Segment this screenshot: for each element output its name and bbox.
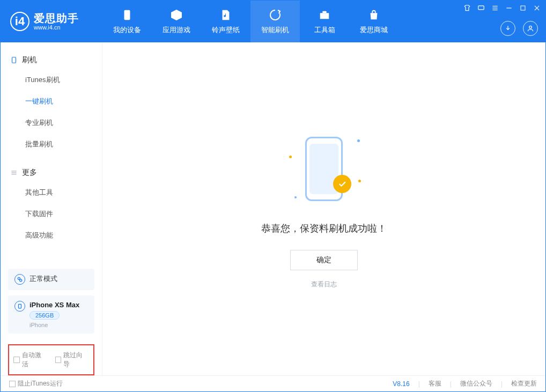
feedback-icon[interactable] xyxy=(477,4,485,12)
options-row: 自动激活 跳过向导 xyxy=(8,344,94,375)
view-log-link[interactable]: 查看日志 xyxy=(311,280,337,289)
sparkle-icon xyxy=(289,156,292,158)
device-type: iPhone xyxy=(29,322,79,328)
checkbox-block-itunes[interactable]: 阻止iTunes运行 xyxy=(9,379,63,388)
tab-label: 工具箱 xyxy=(314,25,335,35)
check-badge-icon xyxy=(333,175,351,193)
app-subtitle: www.i4.cn xyxy=(34,24,79,31)
user-icon[interactable] xyxy=(523,21,538,36)
checkbox-box-icon xyxy=(9,381,16,387)
maximize-button[interactable] xyxy=(519,4,527,12)
sidebar-item-itunes-flash[interactable]: iTunes刷机 xyxy=(1,69,102,91)
sparkle-icon xyxy=(357,139,360,142)
header-actions xyxy=(500,21,538,36)
sidebar-section-more: 更多 其他工具 下载固件 高级功能 xyxy=(1,155,102,246)
device-mode-label: 正常模式 xyxy=(29,274,57,284)
tab-label: 铃声壁纸 xyxy=(212,25,240,35)
checkbox-box-icon xyxy=(55,357,62,363)
mode-icon xyxy=(14,274,25,285)
sparkle-icon xyxy=(294,196,297,198)
sidebar-item-advanced[interactable]: 高级功能 xyxy=(1,225,102,246)
phone-icon xyxy=(120,8,134,22)
sidebar-header-label: 刷机 xyxy=(22,55,37,65)
success-message: 恭喜您，保资料刷机成功啦！ xyxy=(261,222,387,235)
device-panel: 正常模式 iPhone XS Max 256GB iPhone xyxy=(1,263,102,339)
svg-rect-12 xyxy=(12,57,16,63)
tab-toolbox[interactable]: 工具箱 xyxy=(300,1,349,42)
svg-point-17 xyxy=(20,279,22,282)
sidebar-item-pro-flash[interactable]: 专业刷机 xyxy=(1,112,102,134)
list-icon xyxy=(10,169,18,176)
menu-icon[interactable] xyxy=(491,4,499,12)
svg-rect-1 xyxy=(320,13,329,19)
svg-rect-0 xyxy=(124,10,130,20)
checkbox-label: 自动激活 xyxy=(22,351,48,369)
sidebar-section-flash: 刷机 iTunes刷机 一键刷机 专业刷机 批量刷机 xyxy=(1,42,102,155)
minimize-button[interactable] xyxy=(505,4,513,12)
svg-rect-3 xyxy=(478,6,484,10)
logo-letter: i4 xyxy=(15,14,25,28)
sidebar: 刷机 iTunes刷机 一键刷机 专业刷机 批量刷机 更多 其他工具 下载固件 … xyxy=(1,42,102,375)
sidebar-header-more: 更多 xyxy=(1,164,102,182)
sidebar-header-label: 更多 xyxy=(22,168,37,177)
phone-small-icon xyxy=(14,301,25,312)
svg-rect-2 xyxy=(322,11,326,13)
tab-my-device[interactable]: 我的设备 xyxy=(102,1,152,42)
checkbox-label: 阻止iTunes运行 xyxy=(18,379,63,388)
sidebar-item-download-firmware[interactable]: 下载固件 xyxy=(1,203,102,225)
checkbox-auto-activate[interactable]: 自动激活 xyxy=(13,351,48,369)
sidebar-item-oneclick-flash[interactable]: 一键刷机 xyxy=(1,91,102,112)
body: 刷机 iTunes刷机 一键刷机 专业刷机 批量刷机 更多 其他工具 下载固件 … xyxy=(1,42,545,375)
wechat-link[interactable]: 微信公众号 xyxy=(460,379,492,388)
checkbox-skip-guide[interactable]: 跳过向导 xyxy=(55,351,90,369)
sidebar-header-flash: 刷机 xyxy=(1,51,102,69)
tab-store[interactable]: 爱思商城 xyxy=(349,1,399,42)
sidebar-item-batch-flash[interactable]: 批量刷机 xyxy=(1,134,102,155)
divider: | xyxy=(450,380,452,388)
checkbox-box-icon xyxy=(13,357,20,363)
download-icon[interactable] xyxy=(500,21,515,36)
toolbox-icon xyxy=(318,8,331,22)
window-controls xyxy=(463,4,541,12)
tab-label: 我的设备 xyxy=(113,25,141,35)
app-header: i4 爱思助手 www.i4.cn 我的设备 应用游戏 铃声壁纸 智能刷机 工具… xyxy=(1,1,545,42)
close-button[interactable] xyxy=(533,4,541,12)
support-link[interactable]: 客服 xyxy=(429,379,441,388)
sidebar-item-other-tools[interactable]: 其他工具 xyxy=(1,182,102,203)
bag-icon xyxy=(367,8,381,22)
divider: | xyxy=(418,380,420,388)
sparkle-icon xyxy=(358,180,361,182)
device-mode-box[interactable]: 正常模式 xyxy=(8,269,94,290)
logo-text: 爱思助手 www.i4.cn xyxy=(34,12,79,31)
checkbox-label: 跳过向导 xyxy=(63,351,89,369)
divider: | xyxy=(501,380,503,388)
check-update-link[interactable]: 检查更新 xyxy=(511,379,537,388)
app-title: 爱思助手 xyxy=(34,12,79,24)
refresh-shield-icon xyxy=(268,8,282,22)
device-icon xyxy=(10,56,18,64)
device-info: iPhone XS Max 256GB iPhone xyxy=(29,301,79,328)
cube-icon xyxy=(169,8,183,22)
skin-icon[interactable] xyxy=(463,4,471,12)
statusbar-right: V8.16 | 客服 | 微信公众号 | 检查更新 xyxy=(393,379,537,388)
svg-rect-8 xyxy=(521,6,525,10)
main-content: 恭喜您，保资料刷机成功啦！ 确定 查看日志 xyxy=(102,42,545,375)
success-illustration xyxy=(284,129,364,209)
logo-icon: i4 xyxy=(10,12,29,31)
tab-ring-wallpaper[interactable]: 铃声壁纸 xyxy=(201,1,250,42)
ok-button[interactable]: 确定 xyxy=(290,250,358,270)
nav-tabs: 我的设备 应用游戏 铃声壁纸 智能刷机 工具箱 爱思商城 xyxy=(102,1,399,42)
device-capacity: 256GB xyxy=(29,311,60,320)
version-label: V8.16 xyxy=(393,380,409,388)
svg-point-11 xyxy=(529,26,532,28)
status-bar: 阻止iTunes运行 V8.16 | 客服 | 微信公众号 | 检查更新 xyxy=(1,375,545,391)
tab-smart-flash[interactable]: 智能刷机 xyxy=(250,1,300,42)
logo-area: i4 爱思助手 www.i4.cn xyxy=(1,1,102,42)
tab-apps-games[interactable]: 应用游戏 xyxy=(152,1,201,42)
tab-label: 应用游戏 xyxy=(163,25,190,35)
device-name: iPhone XS Max xyxy=(29,301,79,309)
svg-rect-18 xyxy=(19,304,21,308)
tab-label: 智能刷机 xyxy=(261,25,289,35)
tab-label: 爱思商城 xyxy=(360,25,388,35)
device-info-box[interactable]: iPhone XS Max 256GB iPhone xyxy=(8,295,94,334)
